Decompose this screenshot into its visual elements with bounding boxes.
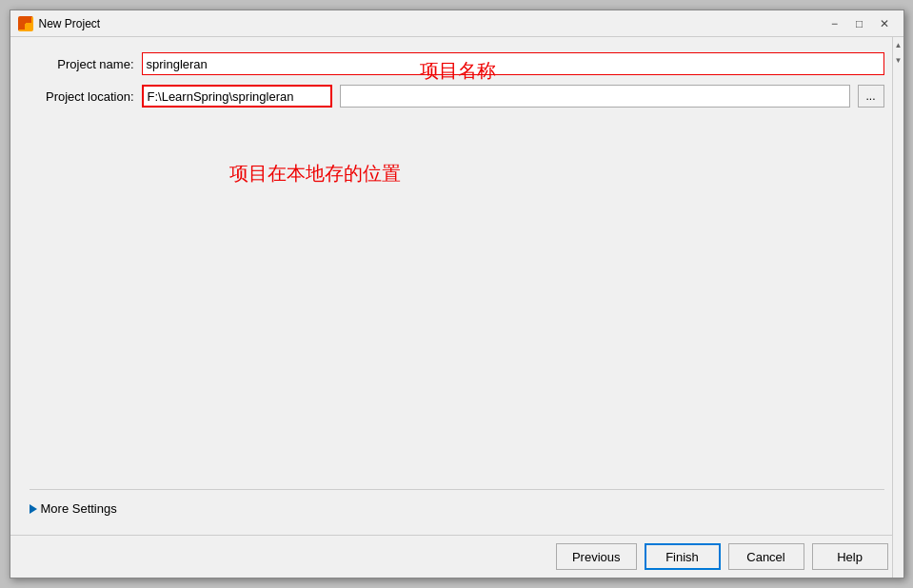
more-settings-toggle[interactable]: More Settings	[30, 498, 884, 519]
triangle-icon	[30, 504, 37, 514]
title-bar-controls: − □ ✕	[824, 14, 896, 33]
more-settings-section: More Settings	[30, 489, 884, 519]
scroll-up-arrow[interactable]: ▲	[893, 37, 904, 52]
more-settings-label: More Settings	[41, 501, 117, 516]
previous-button[interactable]: Previous	[556, 543, 637, 570]
project-name-annotation: 项目名称	[420, 58, 496, 84]
close-button[interactable]: ✕	[873, 14, 896, 33]
project-name-input[interactable]	[142, 52, 884, 75]
title-bar-left: New Project	[18, 16, 101, 31]
finish-button[interactable]: Finish	[645, 543, 721, 570]
scrollbar[interactable]: ▲ ▼	[892, 37, 903, 578]
app-icon	[18, 16, 33, 31]
project-location-inner-input[interactable]	[142, 85, 332, 108]
browse-button[interactable]: ...	[858, 85, 884, 108]
dialog-window: New Project − □ ✕ Project name: 项目名称 Pro…	[10, 10, 904, 578]
project-name-label: Project name:	[30, 57, 134, 71]
svg-rect-1	[27, 18, 31, 23]
minimize-button[interactable]: −	[824, 14, 846, 33]
title-bar: New Project − □ ✕	[10, 10, 903, 37]
svg-rect-3	[27, 25, 31, 29]
svg-rect-0	[20, 18, 25, 23]
dialog-footer: Previous Finish Cancel Help	[10, 535, 903, 578]
project-location-annotation: 项目在本地存的位置	[229, 161, 401, 186]
window-title: New Project	[39, 17, 101, 30]
project-location-label: Project location:	[30, 89, 134, 104]
maximize-button[interactable]: □	[848, 14, 871, 33]
scroll-down-arrow[interactable]: ▼	[893, 52, 904, 68]
project-location-main-input[interactable]	[340, 85, 850, 108]
project-location-row: Project location: ...	[30, 85, 884, 108]
cancel-button[interactable]: Cancel	[728, 543, 804, 570]
dialog-content: Project name: 项目名称 Project location: ...…	[10, 37, 903, 535]
svg-rect-2	[20, 25, 25, 29]
help-button[interactable]: Help	[812, 543, 888, 570]
